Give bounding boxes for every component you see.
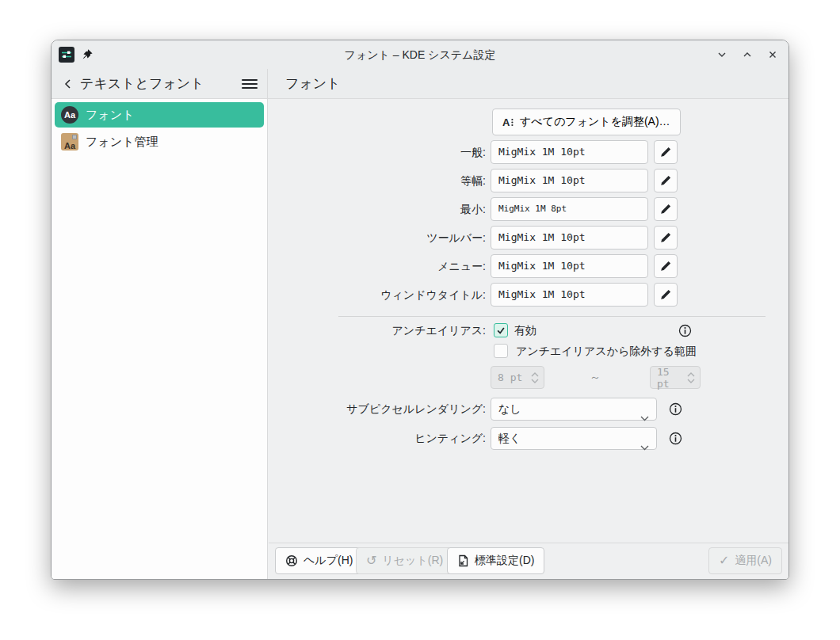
general-font-label: 一般: [269, 140, 486, 164]
pencil-icon [660, 232, 671, 243]
sidebar-item-label: フォント管理 [86, 135, 158, 150]
toolbar-font-label: ツールバー: [269, 226, 486, 250]
window-title-font-edit-button[interactable] [654, 283, 678, 307]
chevron-down-icon [640, 407, 649, 429]
help-icon [285, 554, 298, 567]
exclude-to-spinbox[interactable]: 15 pt [650, 366, 701, 389]
fixed-width-font-field: MigMix 1M 10pt [491, 169, 648, 192]
small-font-field: MigMix 1M 8pt [491, 197, 648, 221]
exclude-from-spinbox[interactable]: 8 pt [491, 366, 544, 389]
general-font-field: MigMix 1M 10pt [491, 140, 648, 164]
sidebar-item-font-management[interactable]: Aa フォント管理 [55, 129, 264, 154]
small-font-edit-button[interactable] [654, 197, 678, 221]
sidebar-item-label: フォント [86, 108, 134, 123]
menu-font-edit-button[interactable] [654, 254, 678, 278]
window-controls [716, 40, 779, 69]
menu-icon[interactable] [242, 78, 258, 90]
pencil-icon [660, 289, 671, 300]
window-title-font-label: ウィンドウタイトル: [269, 283, 486, 307]
hinting-dropdown[interactable]: 軽く [491, 427, 657, 450]
general-font-edit-button[interactable] [654, 140, 678, 164]
hinting-info-icon[interactable] [669, 432, 682, 445]
chevron-down-icon [640, 436, 649, 458]
antialiasing-info-icon[interactable] [678, 324, 692, 337]
breadcrumb[interactable]: テキストとフォント [80, 74, 242, 93]
exclude-range-label[interactable]: アンチエイリアスから除外する範囲 [516, 344, 697, 359]
apply-button[interactable]: ✓ 適用(A) [708, 547, 782, 574]
menu-font-label: メニュー: [269, 254, 486, 278]
antialiasing-checkbox[interactable] [494, 323, 508, 337]
reset-button[interactable]: ↺ リセット(R) [356, 547, 453, 574]
pencil-icon [660, 147, 671, 158]
close-icon[interactable] [766, 48, 779, 61]
minimize-icon[interactable] [716, 48, 728, 61]
menu-font-field: MigMix 1M 10pt [491, 254, 648, 278]
sidebar-item-fonts[interactable]: Aa フォント [55, 102, 264, 128]
exclude-range-checkbox[interactable] [494, 344, 508, 358]
pencil-icon [660, 261, 671, 272]
check-icon: ✓ [719, 554, 729, 567]
header-row: テキストとフォント フォント [52, 69, 788, 99]
font-management-icon: Aa [61, 133, 78, 150]
small-font-label: 最小: [269, 197, 486, 221]
fonts-icon: Aa [61, 106, 78, 124]
footer-bar: ヘルプ(H) ↺ リセット(R) 標準設定(D) ✓ 適用(A) [269, 543, 788, 579]
hinting-label: ヒンティング: [269, 427, 486, 450]
adjust-all-fonts-button[interactable]: A すべてのフォントを調整(A)… [492, 109, 681, 135]
sidebar-header: テキストとフォント [52, 69, 268, 98]
antialiasing-enabled-label[interactable]: 有効 [514, 323, 536, 338]
help-button[interactable]: ヘルプ(H) [275, 547, 363, 574]
toolbar-font-field: MigMix 1M 10pt [491, 226, 648, 250]
section-separator [338, 316, 766, 317]
undo-icon: ↺ [366, 554, 376, 567]
toolbar-font-edit-button[interactable] [654, 226, 678, 250]
subpixel-dropdown[interactable]: なし [491, 398, 657, 421]
pencil-icon [660, 204, 671, 215]
range-separator: ～ [582, 366, 608, 389]
sidebar: Aa フォント Aa フォント管理 [52, 99, 268, 579]
adjust-fonts-icon: A [502, 116, 514, 128]
document-revert-icon [457, 554, 469, 567]
page-title: フォント [268, 69, 788, 98]
fixed-width-font-label: 等幅: [269, 169, 486, 192]
fixed-width-font-edit-button[interactable] [654, 169, 678, 192]
subpixel-label: サブピクセルレンダリング: [269, 398, 486, 421]
pencil-icon [660, 175, 671, 186]
back-icon[interactable] [63, 78, 74, 90]
window-title: フォント – KDE システム設定 [52, 40, 788, 69]
settings-window: フォント – KDE システム設定 テキストとフォント [51, 40, 789, 580]
titlebar[interactable]: フォント – KDE システム設定 [52, 40, 788, 69]
svg-text:A: A [502, 116, 510, 128]
fonts-settings-panel: A すべてのフォントを調整(A)… 一般: MigMix 1M 10pt 等幅:… [269, 99, 788, 544]
spinbox-arrows-icon[interactable] [526, 372, 539, 383]
window-title-font-field: MigMix 1M 10pt [491, 283, 648, 307]
check-icon [496, 326, 506, 335]
maximize-icon[interactable] [741, 48, 754, 61]
spinbox-arrows-icon[interactable] [682, 372, 695, 383]
subpixel-info-icon[interactable] [669, 402, 682, 416]
defaults-button[interactable]: 標準設定(D) [447, 547, 544, 574]
antialiasing-label: アンチエイリアス: [269, 323, 486, 338]
desktop: フォント – KDE システム設定 テキストとフォント [0, 0, 840, 640]
